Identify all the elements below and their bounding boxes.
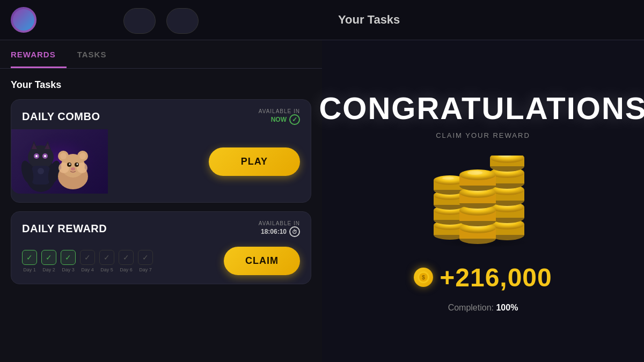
day-4-item: ✓ Day 4 xyxy=(80,250,95,272)
svg-point-10 xyxy=(44,155,46,157)
reward-timer: 18:06:10 ⏱ xyxy=(261,226,300,237)
claim-button[interactable]: CLAIM xyxy=(224,247,300,275)
svg-point-22 xyxy=(79,153,86,159)
svg-point-25 xyxy=(69,164,71,165)
svg-point-12 xyxy=(38,168,44,174)
completion-row: Completion: 100% xyxy=(448,303,518,313)
svg-text:$: $ xyxy=(422,275,425,280)
reward-amount: $ +216,000 xyxy=(414,263,552,292)
day-1-check: ✓ xyxy=(22,250,37,265)
day-6-check: ✓ xyxy=(119,250,134,265)
reward-content: ✓ Day 1 ✓ Day 2 ✓ Day 3 ✓ xyxy=(11,241,311,284)
tabs-nav: REWARDS TASKS xyxy=(0,40,322,69)
combo-check-icon: ✓ xyxy=(289,114,300,125)
tab-tasks[interactable]: TASKS xyxy=(77,40,118,68)
right-content: CONGRATULATIONS CLAIM YOUR REWARD xyxy=(322,40,644,362)
reward-available-label: AVAILABLE IN xyxy=(259,220,300,226)
combo-card-header: DAILY COMBO AVAILABLE IN NOW ✓ xyxy=(11,100,311,129)
decorative-circles xyxy=(123,8,199,34)
combo-illustration xyxy=(11,129,108,194)
day-2-check: ✓ xyxy=(41,250,56,265)
day-4-check: ✓ xyxy=(80,250,95,265)
congrats-title: CONGRATULATIONS xyxy=(319,90,644,126)
days-tracker: ✓ Day 1 ✓ Day 2 ✓ Day 3 ✓ xyxy=(22,250,153,272)
combo-available-value: NOW ✓ xyxy=(271,114,300,125)
daily-combo-card: DAILY COMBO AVAILABLE IN NOW ✓ xyxy=(11,99,311,203)
day-4-label: Day 4 xyxy=(81,267,94,272)
avatar xyxy=(11,7,36,33)
svg-point-27 xyxy=(71,167,75,171)
reward-card-header: DAILY REWARD AVAILABLE IN 18:06:10 ⏱ xyxy=(11,212,311,241)
right-header-title: Your Tasks xyxy=(338,13,400,27)
claim-reward-subtitle: CLAIM YOUR REWARD xyxy=(436,131,530,139)
completion-label: Completion: xyxy=(448,303,494,312)
reward-number: +216,000 xyxy=(440,263,552,292)
day-3-label: Day 3 xyxy=(62,267,75,272)
svg-point-70 xyxy=(442,176,454,180)
right-top-bar: Your Tasks xyxy=(322,0,644,40)
day-7-item: ✓ Day 7 xyxy=(138,250,153,272)
day-3-check: ✓ xyxy=(61,250,76,265)
combo-title: DAILY COMBO xyxy=(22,110,100,123)
svg-point-9 xyxy=(35,155,38,157)
daily-reward-card: DAILY REWARD AVAILABLE IN 18:06:10 ⏱ ✓ D… xyxy=(11,211,311,284)
combo-content: PLAY xyxy=(11,129,311,202)
coin-stack-illustration xyxy=(424,156,542,247)
coin-icon: $ xyxy=(414,268,433,287)
play-button[interactable]: PLAY xyxy=(209,147,300,176)
day-2-item: ✓ Day 2 xyxy=(41,250,56,272)
day-2-label: Day 2 xyxy=(42,267,55,272)
reward-availability: AVAILABLE IN 18:06:10 ⏱ xyxy=(259,220,300,237)
right-panel: Your Tasks CONGRATULATIONS CLAIM YOUR RE… xyxy=(322,0,644,362)
content-area: Your Tasks DAILY COMBO AVAILABLE IN NOW … xyxy=(0,69,322,362)
day-7-check: ✓ xyxy=(138,250,153,265)
combo-availability: AVAILABLE IN NOW ✓ xyxy=(259,108,300,125)
day-1-label: Day 1 xyxy=(23,267,36,272)
day-6-item: ✓ Day 6 xyxy=(119,250,134,272)
clock-icon: ⏱ xyxy=(289,226,300,237)
reward-title: DAILY REWARD xyxy=(22,223,107,235)
your-tasks-heading: Your Tasks xyxy=(11,79,311,91)
svg-point-68 xyxy=(467,171,482,175)
day-6-label: Day 6 xyxy=(120,267,133,272)
day-7-label: Day 7 xyxy=(139,267,152,272)
top-bar xyxy=(0,0,322,40)
day-1-item: ✓ Day 1 xyxy=(22,250,37,272)
combo-available-label: AVAILABLE IN xyxy=(259,108,300,114)
day-5-item: ✓ Day 5 xyxy=(99,250,114,272)
day-3-item: ✓ Day 3 xyxy=(61,250,76,272)
left-panel: REWARDS TASKS Your Tasks DAILY COMBO AVA… xyxy=(0,0,322,362)
svg-point-26 xyxy=(77,164,78,165)
day-5-label: Day 5 xyxy=(100,267,113,272)
svg-point-21 xyxy=(60,153,67,159)
completion-value: 100% xyxy=(496,303,518,312)
day-5-check: ✓ xyxy=(99,250,114,265)
tab-rewards[interactable]: REWARDS xyxy=(11,40,67,68)
